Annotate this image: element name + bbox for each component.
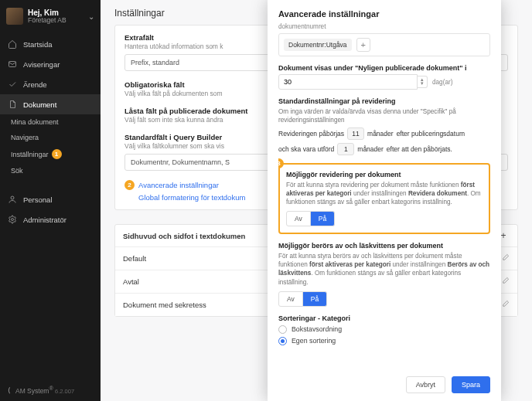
nav-sub-installningar[interactable]: Inställningar 1: [0, 145, 101, 163]
profile-block[interactable]: Hej, Kim Företaget AB ⌄: [0, 0, 101, 34]
edit-icon[interactable]: [501, 253, 510, 263]
footer-version: 6.2.007: [55, 388, 74, 395]
row-label: Avtal: [123, 277, 139, 286]
std-desc: Om inga värden är valda/ärvda visas denn…: [278, 107, 490, 124]
toggle-off[interactable]: Av: [286, 211, 311, 226]
toggle-on[interactable]: På: [311, 211, 335, 226]
docnum-label: dokumentnumret: [278, 23, 490, 30]
rev-per-doc-box: 3 Möjliggör revidering per dokument För …: [278, 163, 490, 234]
rev-done-input[interactable]: 1: [337, 143, 354, 155]
docnum-chip[interactable]: Dokumentnr:Utgåva: [284, 39, 352, 51]
sort-opt-alpha[interactable]: Bokstavsordning: [278, 325, 490, 334]
rev-label: Möjliggör revidering per dokument: [286, 171, 483, 178]
beror-text: För att kunna styra berörs av och läskvi…: [278, 252, 490, 286]
nav-personal-label: Personal: [23, 195, 53, 204]
edit-icon[interactable]: [501, 277, 510, 287]
std-label: Standardinställningar på revidering: [278, 97, 490, 105]
profile-company: Företaget AB: [28, 17, 84, 24]
avatar: [6, 8, 23, 25]
badge-1: 1: [52, 149, 62, 159]
nav-sub-mina[interactable]: Mina dokument: [0, 114, 101, 130]
svg-point-2: [12, 219, 14, 221]
badge-2: 2: [124, 180, 135, 190]
nav-admin[interactable]: Administratör: [0, 209, 101, 229]
home-icon: [8, 39, 17, 49]
collapse-icon[interactable]: ⟨: [8, 386, 11, 394]
svg-point-1: [11, 196, 14, 199]
radio-icon: [278, 337, 287, 345]
svg-rect-0: [9, 62, 16, 67]
toggle-off[interactable]: Av: [278, 291, 303, 307]
beror-label: Möjliggör berörs av och läskvittens per …: [278, 242, 490, 250]
nav-admin-label: Administratör: [23, 216, 66, 224]
cancel-button[interactable]: Avbryt: [406, 376, 445, 393]
radio-icon: [278, 325, 287, 334]
row-label: Dokument med sekretess: [123, 301, 206, 309]
number-stepper[interactable]: ▴▾: [418, 76, 428, 88]
nav-sub-sok[interactable]: Sök: [0, 163, 101, 178]
modal-title: Avancerade inställningar: [278, 9, 490, 19]
save-button[interactable]: Spara: [452, 376, 490, 393]
edit-icon[interactable]: [501, 300, 510, 310]
nav-arende-label: Ärende: [23, 80, 47, 89]
sort-opt-custom[interactable]: Egen sortering: [278, 337, 490, 345]
nav-personal[interactable]: Personal: [0, 189, 101, 209]
check-icon: [8, 80, 17, 89]
advanced-settings-modal: Avancerade inställningar dokumentnumret …: [268, 0, 501, 401]
mail-icon: [8, 59, 17, 69]
rev-text: För att kunna styra revidering per dokum…: [286, 181, 483, 206]
nav-start-label: Startsida: [23, 40, 53, 49]
badge-3: 3: [278, 158, 284, 168]
visible-days-input[interactable]: 30: [278, 74, 418, 90]
sidebar: Hej, Kim Företaget AB ⌄ Startsida Aviser…: [0, 0, 101, 401]
row-label: Default: [123, 254, 146, 263]
nav-arende[interactable]: Ärende: [0, 74, 101, 94]
visible-label: Dokument visas under "Nyligen publicerad…: [278, 64, 490, 72]
sort-label: Sorteringar - Kategori: [278, 314, 490, 322]
gear-icon: [8, 215, 17, 224]
nav-notif-label: Aviseringar: [23, 60, 60, 69]
add-chip-button[interactable]: +: [356, 38, 370, 52]
chevron-down-icon[interactable]: ⌄: [88, 12, 94, 21]
visible-unit: dag(ar): [432, 79, 452, 86]
nav-dokument[interactable]: Dokument: [0, 94, 101, 114]
footer: ⟨ AM System® 6.2.007: [0, 379, 101, 401]
user-icon: [8, 195, 17, 204]
document-icon: [8, 100, 17, 109]
nav-dokument-label: Dokument: [23, 100, 56, 109]
nav-start[interactable]: Startsida: [0, 34, 101, 54]
nav-notifications[interactable]: Aviseringar: [0, 54, 101, 74]
table-title: Sidhuvud och sidfot i textdokumen: [123, 232, 245, 240]
toggle-on[interactable]: På: [303, 291, 327, 307]
beror-toggle[interactable]: Av På: [278, 291, 490, 307]
rev-start-input[interactable]: 11: [347, 127, 364, 140]
footer-brand: AM System: [15, 387, 49, 395]
nav-sub-navigera[interactable]: Navigera: [0, 130, 101, 145]
rev-toggle[interactable]: Av På: [286, 211, 483, 226]
